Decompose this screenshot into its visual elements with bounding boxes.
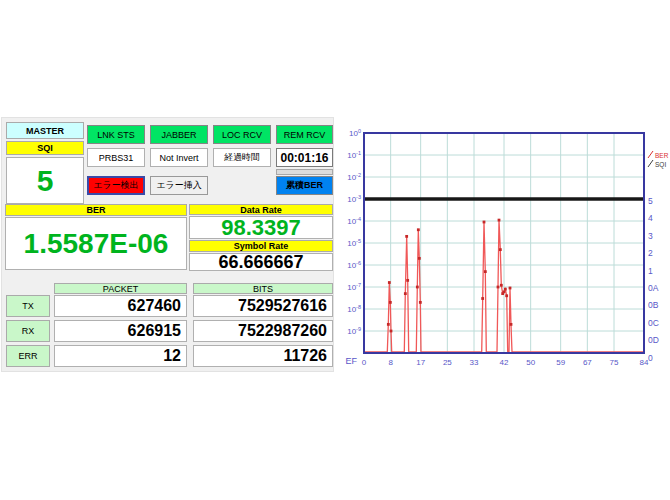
x-axis-label: 33	[470, 358, 479, 367]
error-detect-button[interactable]: エラー検出	[87, 176, 145, 195]
symbol-rate-value: 66.666667	[189, 253, 333, 271]
err-packet-value: 12	[54, 345, 187, 367]
y-axis-label: 10-3	[347, 194, 361, 204]
tx-row-label: TX	[6, 295, 50, 317]
x-axis-label: 67	[583, 358, 592, 367]
app-window: MASTER SQI 5 LNK STS JABBER LOC RCV REM …	[0, 0, 670, 500]
elapsed-time-label: 経過時間	[213, 148, 271, 167]
ef-label: EF	[345, 356, 357, 366]
ber-marker	[390, 330, 393, 333]
y-axis-label: 10-6	[347, 260, 361, 270]
ber-value: 1.5587E-06	[5, 217, 187, 270]
ber-marker	[417, 228, 420, 231]
error-insert-button[interactable]: エラー挿入	[150, 176, 208, 195]
sqi-axis-label: 5	[648, 196, 653, 206]
sqi-axis-label: 0C	[648, 318, 659, 328]
y-axis-label: 10-7	[347, 282, 361, 292]
ber-marker	[481, 297, 484, 300]
err-bits-value: 11726	[193, 345, 333, 367]
symbol-rate-header: Symbol Rate	[189, 240, 333, 252]
sqi-axis-label: 0	[648, 353, 653, 363]
legend-ber-label: BER	[655, 152, 669, 159]
y-axis-label: 10-2	[347, 172, 361, 182]
ber-marker	[509, 287, 512, 290]
sqi-axis-label: 4	[648, 213, 653, 223]
sqi-axis-label: 0A	[648, 283, 659, 293]
legend-sqi-label: SQI	[655, 161, 666, 169]
ber-marker	[418, 257, 421, 260]
ber-marker	[497, 286, 500, 289]
ber-marker	[404, 292, 407, 295]
ber-marker	[510, 323, 513, 326]
elapsed-progress-bar	[276, 169, 333, 175]
ber-marker	[416, 286, 419, 289]
rx-packet-value: 626915	[54, 320, 187, 342]
ber-marker	[389, 301, 392, 304]
packet-column-header: PACKET	[54, 283, 187, 294]
x-axis-label: 17	[416, 358, 425, 367]
invert-setting[interactable]: Not Invert	[150, 148, 208, 167]
x-axis-label: 75	[610, 358, 619, 367]
tx-packet-value: 627460	[54, 295, 187, 317]
ber-marker	[406, 279, 409, 282]
y-axis-label: 10-1	[347, 150, 361, 160]
y-axis-label: 10-9	[347, 326, 361, 336]
loc-rcv-button[interactable]: LOC RCV	[213, 125, 271, 144]
rx-row-label: RX	[6, 320, 50, 342]
elapsed-time-display: 00:01:16	[276, 148, 333, 167]
y-axis-label: 10-8	[347, 304, 361, 314]
jabber-button[interactable]: JABBER	[150, 125, 208, 144]
ber-marker	[405, 235, 408, 238]
cumulative-ber-button[interactable]: 累積BER	[276, 176, 333, 195]
x-axis-label: 42	[500, 358, 509, 367]
x-axis-label: 50	[526, 358, 535, 367]
data-rate-header: Data Rate	[189, 204, 333, 215]
ber-marker	[387, 323, 390, 326]
master-indicator: MASTER	[6, 122, 84, 139]
prbs-setting[interactable]: PRBS31	[87, 148, 145, 167]
ber-marker	[484, 270, 487, 273]
ber-header: BER	[5, 204, 187, 216]
legend-sqi-line	[648, 160, 653, 167]
ber-marker	[505, 294, 508, 297]
y-axis-label: 10-4	[347, 216, 361, 226]
bits-column-header: BITS	[193, 283, 333, 294]
ber-marker	[483, 221, 486, 224]
sqi-axis-label: 2	[648, 248, 653, 258]
ber-marker	[503, 290, 506, 293]
sqi-header: SQI	[6, 141, 84, 155]
sqi-value: 5	[6, 157, 84, 204]
legend-ber-line	[648, 151, 653, 158]
err-row-label: ERR	[6, 345, 50, 367]
sqi-axis-label: 3	[648, 231, 653, 241]
x-axis-label: 25	[443, 358, 452, 367]
data-rate-value: 98.3397	[189, 216, 333, 239]
ber-marker	[504, 288, 507, 291]
ber-marker	[498, 219, 501, 222]
tx-bits-value: 7529527616	[193, 295, 333, 317]
x-axis-label: 8	[388, 358, 393, 367]
lnk-sts-button[interactable]: LNK STS	[87, 125, 145, 144]
ber-marker	[500, 284, 503, 287]
ber-marker	[388, 281, 391, 284]
rem-rcv-button[interactable]: REM RCV	[276, 125, 333, 144]
ber-sqi-chart: 10010-110-210-310-410-510-610-710-810-9E…	[337, 115, 670, 375]
sqi-axis-label: 1	[648, 266, 653, 276]
ber-marker	[419, 301, 422, 304]
sqi-axis-label: 0D	[648, 335, 659, 345]
x-axis-label: 59	[556, 358, 565, 367]
ber-marker	[499, 248, 502, 251]
sqi-axis-label: 0B	[648, 300, 659, 310]
rx-bits-value: 7522987260	[193, 320, 333, 342]
y-axis-label: 10-5	[347, 238, 361, 248]
x-axis-label: 0	[362, 358, 367, 367]
control-panel: MASTER SQI 5 LNK STS JABBER LOC RCV REM …	[1, 117, 334, 372]
y-axis-label: 100	[349, 128, 361, 138]
